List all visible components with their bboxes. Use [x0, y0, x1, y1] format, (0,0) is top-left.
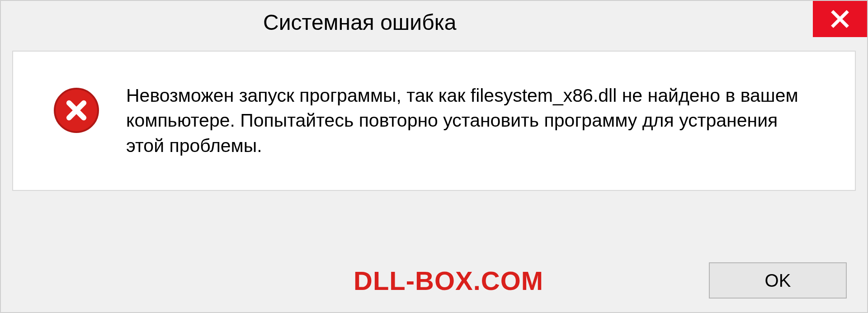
content-panel: Невозможен запуск программы, так как fil…: [12, 51, 856, 191]
titlebar: Системная ошибка: [1, 1, 867, 44]
close-button[interactable]: [813, 1, 867, 37]
ok-button[interactable]: OK: [709, 262, 847, 299]
dialog-title: Системная ошибка: [1, 10, 456, 35]
bottom-row: DLL-BOX.COM OK: [1, 262, 867, 299]
error-message: Невозможен запуск программы, так как fil…: [126, 83, 828, 158]
close-icon: [830, 9, 850, 29]
watermark-text: DLL-BOX.COM: [354, 266, 543, 296]
error-icon: [54, 88, 99, 133]
error-dialog: Системная ошибка Невозможен запуск прогр…: [0, 0, 868, 313]
